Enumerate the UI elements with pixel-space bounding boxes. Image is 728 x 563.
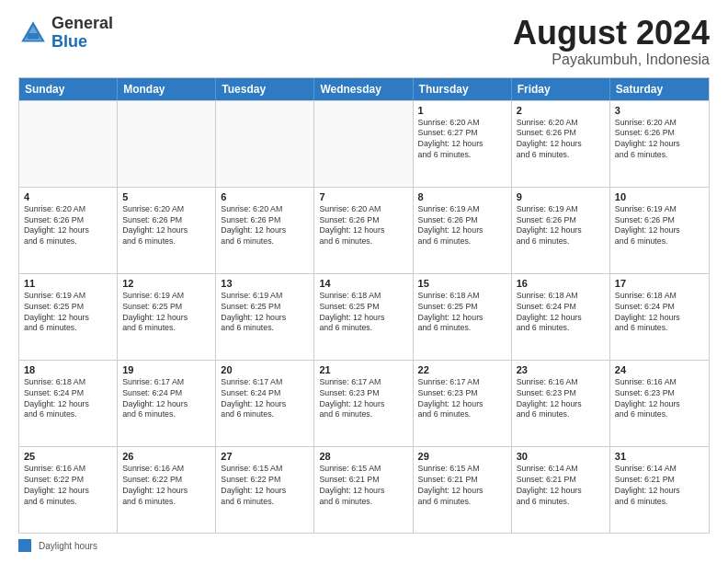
cal-cell [19,101,118,187]
cell-info: Sunrise: 6:19 AM Sunset: 6:25 PM Dayligh… [24,291,112,335]
cell-day-number: 30 [517,451,605,462]
cal-cell: 20Sunrise: 6:17 AM Sunset: 6:24 PM Dayli… [216,361,314,446]
cell-day-number: 27 [221,451,309,462]
cell-info: Sunrise: 6:17 AM Sunset: 6:24 PM Dayligh… [221,377,309,421]
cell-info: Sunrise: 6:16 AM Sunset: 6:22 PM Dayligh… [122,464,210,508]
cal-cell: 31Sunrise: 6:14 AM Sunset: 6:21 PM Dayli… [610,447,709,533]
cal-cell: 14Sunrise: 6:18 AM Sunset: 6:25 PM Dayli… [314,274,413,360]
cal-cell: 6Sunrise: 6:20 AM Sunset: 6:26 PM Daylig… [216,188,314,273]
cell-day-number: 17 [615,278,704,289]
cell-day-number: 9 [517,191,605,202]
cell-day-number: 10 [615,191,704,202]
cal-cell: 8Sunrise: 6:19 AM Sunset: 6:26 PM Daylig… [414,188,512,273]
cal-cell: 15Sunrise: 6:18 AM Sunset: 6:25 PM Dayli… [414,274,512,360]
cell-info: Sunrise: 6:19 AM Sunset: 6:25 PM Dayligh… [221,291,309,335]
cell-day-number: 25 [24,451,112,462]
cell-info: Sunrise: 6:15 AM Sunset: 6:22 PM Dayligh… [221,464,309,508]
header: General Blue August 2024 Payakumbuh, Ind… [18,15,710,68]
footer: Daylight hours [18,539,710,552]
cal-cell: 25Sunrise: 6:16 AM Sunset: 6:22 PM Dayli… [19,447,118,533]
cell-day-number: 1 [418,105,506,116]
cell-info: Sunrise: 6:19 AM Sunset: 6:26 PM Dayligh… [615,204,704,248]
month-year: August 2024 [513,15,710,52]
cal-header-day-friday: Friday [512,78,610,100]
cal-cell: 16Sunrise: 6:18 AM Sunset: 6:24 PM Dayli… [512,274,610,360]
cal-cell: 1Sunrise: 6:20 AM Sunset: 6:27 PM Daylig… [414,101,512,187]
calendar: SundayMondayTuesdayWednesdayThursdayFrid… [18,77,710,534]
cell-info: Sunrise: 6:15 AM Sunset: 6:21 PM Dayligh… [319,464,407,508]
cal-cell: 24Sunrise: 6:16 AM Sunset: 6:23 PM Dayli… [610,361,709,446]
cal-header-day-tuesday: Tuesday [216,78,314,100]
cal-cell: 19Sunrise: 6:17 AM Sunset: 6:24 PM Dayli… [118,361,216,446]
cal-cell: 30Sunrise: 6:14 AM Sunset: 6:21 PM Dayli… [512,447,610,533]
cell-info: Sunrise: 6:17 AM Sunset: 6:23 PM Dayligh… [418,377,506,421]
cell-day-number: 5 [122,191,210,202]
cell-day-number: 14 [319,278,407,289]
cal-cell: 11Sunrise: 6:19 AM Sunset: 6:25 PM Dayli… [19,274,118,360]
cal-row-4: 25Sunrise: 6:16 AM Sunset: 6:22 PM Dayli… [19,446,709,533]
cal-cell: 18Sunrise: 6:18 AM Sunset: 6:24 PM Dayli… [19,361,118,446]
cal-cell: 27Sunrise: 6:15 AM Sunset: 6:22 PM Dayli… [216,447,314,533]
cell-info: Sunrise: 6:20 AM Sunset: 6:26 PM Dayligh… [517,118,605,162]
cal-cell [216,101,314,187]
cell-info: Sunrise: 6:19 AM Sunset: 6:26 PM Dayligh… [418,204,506,248]
cal-cell: 3Sunrise: 6:20 AM Sunset: 6:26 PM Daylig… [610,101,709,187]
cell-day-number: 15 [418,278,506,289]
cell-day-number: 20 [221,364,309,375]
cell-day-number: 16 [517,278,605,289]
cell-info: Sunrise: 6:20 AM Sunset: 6:26 PM Dayligh… [24,204,112,248]
cal-header-day-sunday: Sunday [19,78,118,100]
cal-row-2: 11Sunrise: 6:19 AM Sunset: 6:25 PM Dayli… [19,273,709,360]
cell-day-number: 22 [418,364,506,375]
cell-info: Sunrise: 6:16 AM Sunset: 6:23 PM Dayligh… [615,377,704,421]
cell-day-number: 3 [615,105,704,116]
calendar-header: SundayMondayTuesdayWednesdayThursdayFrid… [19,78,709,100]
cell-info: Sunrise: 6:20 AM Sunset: 6:26 PM Dayligh… [615,118,704,162]
cell-info: Sunrise: 6:19 AM Sunset: 6:25 PM Dayligh… [122,291,210,335]
cell-info: Sunrise: 6:14 AM Sunset: 6:21 PM Dayligh… [615,464,704,508]
cal-cell: 10Sunrise: 6:19 AM Sunset: 6:26 PM Dayli… [610,188,709,273]
logo-icon [18,18,48,48]
cell-day-number: 12 [122,278,210,289]
cal-row-3: 18Sunrise: 6:18 AM Sunset: 6:24 PM Dayli… [19,360,709,446]
cell-info: Sunrise: 6:15 AM Sunset: 6:21 PM Dayligh… [418,464,506,508]
logo-blue-text: Blue [51,32,87,51]
title-block: August 2024 Payakumbuh, Indonesia [513,15,710,68]
cell-day-number: 13 [221,278,309,289]
cal-cell: 28Sunrise: 6:15 AM Sunset: 6:21 PM Dayli… [314,447,413,533]
cal-header-day-thursday: Thursday [414,78,512,100]
calendar-body: 1Sunrise: 6:20 AM Sunset: 6:27 PM Daylig… [19,100,709,533]
cal-cell: 21Sunrise: 6:17 AM Sunset: 6:23 PM Dayli… [314,361,413,446]
cell-day-number: 31 [615,451,704,462]
cal-cell: 17Sunrise: 6:18 AM Sunset: 6:24 PM Dayli… [610,274,709,360]
cal-cell: 2Sunrise: 6:20 AM Sunset: 6:26 PM Daylig… [512,101,610,187]
cal-cell: 23Sunrise: 6:16 AM Sunset: 6:23 PM Dayli… [512,361,610,446]
cal-cell [118,101,216,187]
cal-header-day-saturday: Saturday [610,78,709,100]
cal-row-0: 1Sunrise: 6:20 AM Sunset: 6:27 PM Daylig… [19,100,709,187]
cell-info: Sunrise: 6:17 AM Sunset: 6:24 PM Dayligh… [122,377,210,421]
cal-cell: 12Sunrise: 6:19 AM Sunset: 6:25 PM Dayli… [118,274,216,360]
cell-info: Sunrise: 6:17 AM Sunset: 6:23 PM Dayligh… [319,377,407,421]
daylight-swatch [18,539,31,552]
cell-day-number: 6 [221,191,309,202]
cell-info: Sunrise: 6:20 AM Sunset: 6:26 PM Dayligh… [122,204,210,248]
logo: General Blue [18,15,113,52]
cell-day-number: 26 [122,451,210,462]
cell-day-number: 29 [418,451,506,462]
location: Payakumbuh, Indonesia [513,52,710,68]
cell-info: Sunrise: 6:20 AM Sunset: 6:26 PM Dayligh… [221,204,309,248]
cell-info: Sunrise: 6:20 AM Sunset: 6:26 PM Dayligh… [319,204,407,248]
cell-day-number: 4 [24,191,112,202]
cal-cell: 5Sunrise: 6:20 AM Sunset: 6:26 PM Daylig… [118,188,216,273]
daylight-label: Daylight hours [39,541,97,551]
cal-cell: 13Sunrise: 6:19 AM Sunset: 6:25 PM Dayli… [216,274,314,360]
cell-day-number: 19 [122,364,210,375]
cell-info: Sunrise: 6:19 AM Sunset: 6:26 PM Dayligh… [517,204,605,248]
cell-day-number: 23 [517,364,605,375]
cell-info: Sunrise: 6:16 AM Sunset: 6:23 PM Dayligh… [517,377,605,421]
cell-day-number: 7 [319,191,407,202]
cell-day-number: 28 [319,451,407,462]
cal-cell: 29Sunrise: 6:15 AM Sunset: 6:21 PM Dayli… [414,447,512,533]
cell-info: Sunrise: 6:18 AM Sunset: 6:24 PM Dayligh… [615,291,704,335]
